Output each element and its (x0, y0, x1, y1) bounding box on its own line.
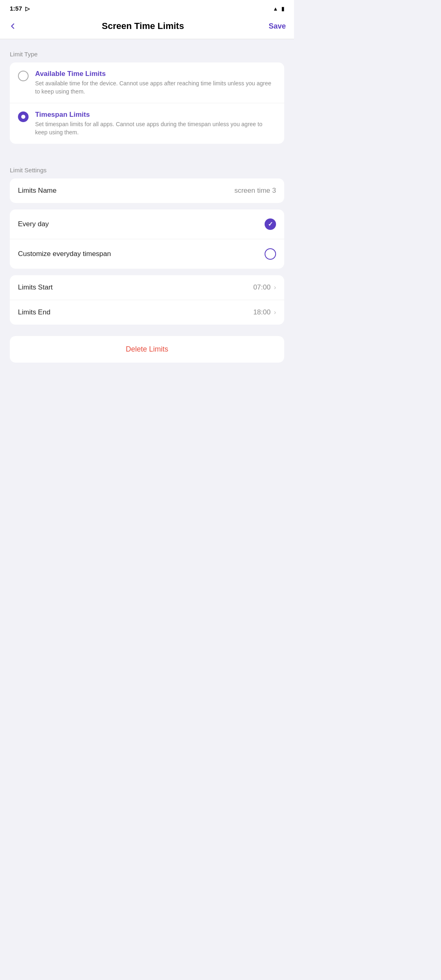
time-settings-card: Limits Start 07:00 › Limits End 18:00 › (10, 275, 284, 325)
limits-name-row[interactable]: Limits Name screen time 3 (10, 178, 284, 203)
schedule-card: Every day Customize everyday timespan (10, 209, 284, 269)
timespan-limits-desc: Set timespan limits for all apps. Cannot… (35, 120, 276, 136)
limits-name-value: screen time 3 (234, 187, 276, 195)
customize-timespan-row[interactable]: Customize everyday timespan (10, 239, 284, 269)
page-title: Screen Time Limits (22, 21, 264, 31)
save-button[interactable]: Save (269, 22, 286, 31)
timespan-limits-title: Timespan Limits (35, 111, 276, 119)
customize-timespan-check (265, 248, 276, 260)
limits-end-label: Limits End (18, 308, 50, 316)
timespan-limits-text: Timespan Limits Set timespan limits for … (35, 111, 276, 136)
top-nav: Screen Time Limits Save (0, 15, 294, 39)
battery-icon (281, 5, 284, 12)
customize-timespan-label: Customize everyday timespan (18, 250, 111, 258)
limits-end-value: 18:00 › (253, 308, 276, 316)
status-left: 1:57 ▷ (10, 5, 30, 12)
limits-start-value: 07:00 › (253, 283, 276, 292)
timespan-limits-option[interactable]: Timespan Limits Set timespan limits for … (10, 103, 284, 144)
wifi-icon (273, 5, 278, 12)
every-day-check (265, 218, 276, 230)
available-time-limits-title: Available Time Limits (35, 70, 276, 78)
limits-name-card: Limits Name screen time 3 (10, 178, 284, 203)
every-day-label: Every day (18, 220, 49, 228)
play-icon: ▷ (25, 5, 30, 12)
limit-type-section-label: Limit Type (10, 51, 284, 58)
delete-limits-label: Delete Limits (126, 345, 168, 353)
limit-type-section: Limit Type Available Time Limits Set ava… (0, 39, 294, 155)
limits-start-label: Limits Start (18, 283, 53, 292)
limits-end-chevron: › (274, 309, 276, 316)
available-time-limits-text: Available Time Limits Set available time… (35, 70, 276, 96)
available-time-limits-radio (18, 71, 29, 81)
status-right (273, 5, 284, 12)
time-display: 1:57 (10, 5, 22, 12)
limits-start-row[interactable]: Limits Start 07:00 › (10, 275, 284, 300)
timespan-limits-radio (18, 111, 29, 122)
status-bar: 1:57 ▷ (0, 0, 294, 15)
limits-name-label: Limits Name (18, 187, 56, 195)
limit-settings-section-label: Limit Settings (10, 167, 284, 174)
limit-type-card: Available Time Limits Set available time… (10, 62, 284, 144)
limits-start-chevron: › (274, 284, 276, 291)
available-time-limits-desc: Set available time for the device. Canno… (35, 80, 276, 96)
available-time-limits-option[interactable]: Available Time Limits Set available time… (10, 62, 284, 103)
limits-end-row[interactable]: Limits End 18:00 › (10, 300, 284, 325)
back-button[interactable] (8, 22, 17, 31)
delete-limits-card[interactable]: Delete Limits (10, 336, 284, 363)
every-day-row[interactable]: Every day (10, 209, 284, 239)
limit-settings-section: Limit Settings Limits Name screen time 3… (0, 155, 294, 336)
